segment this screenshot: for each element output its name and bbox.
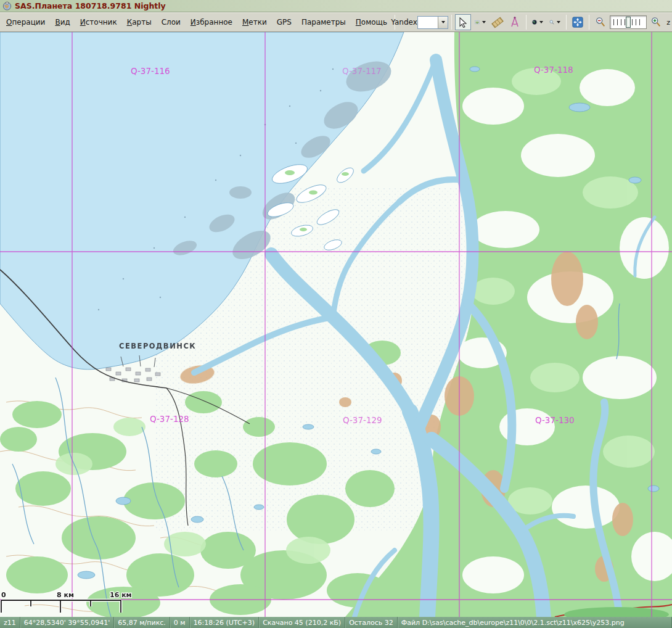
toolbar-separator (526, 15, 527, 30)
compass-divider-icon (509, 16, 520, 28)
zoom-out-button[interactable] (592, 14, 608, 30)
main-toolbar: Операции Вид Источник Карты Слои Избранн… (0, 12, 672, 32)
city-label: СЕВЕРОДВИНСК (119, 342, 196, 350)
selection-manager-button[interactable] (472, 14, 488, 30)
status-resolution: 65,87 м/пикс. (114, 617, 170, 628)
status-elevation: 0 м (170, 617, 190, 628)
grid-label: Q-37-128 (150, 414, 189, 424)
status-time: 16:18:26 (UTC+3) (190, 617, 260, 628)
menu-bar: Операции Вид Источник Карты Слои Избранн… (2, 15, 391, 29)
move-map-tool-button[interactable] (455, 14, 471, 30)
toolbar-separator (566, 15, 567, 30)
grid-label: Q-37-129 (343, 415, 382, 425)
selection-box-icon (475, 17, 480, 28)
magnifier-icon (549, 16, 554, 28)
ruler-icon (491, 17, 504, 28)
map-viewport[interactable]: Q-37-116 Q-37-117 Q-37-118 Q-37-128 Q-37… (0, 32, 672, 617)
grid-label: Q-37-118 (534, 65, 573, 75)
menu-gps[interactable]: GPS (272, 15, 296, 29)
menu-settings[interactable]: Параметры (297, 15, 350, 29)
search-combobox-value[interactable] (418, 17, 437, 28)
app-logo-icon (2, 1, 12, 10)
window-title: SAS.Планета 180718.9781 Nightly (15, 1, 166, 10)
chevron-down-icon (441, 21, 445, 23)
menu-operations[interactable]: Операции (2, 15, 49, 29)
move-arrows-icon (572, 15, 583, 30)
search-combobox[interactable] (417, 16, 448, 29)
zoom-out-icon (595, 16, 606, 28)
menu-placemarks[interactable]: Метки (238, 15, 271, 29)
menu-favorites[interactable]: Избранное (186, 15, 237, 29)
grid-label: Q-37-130 (535, 415, 575, 425)
search-tool-button[interactable] (547, 14, 563, 30)
globe-icon (532, 16, 537, 28)
cursor-arrow-icon (458, 17, 468, 28)
zoom-level-edge-label: z (666, 19, 670, 27)
menu-help[interactable]: Помощь (351, 15, 391, 29)
chevron-down-icon (482, 21, 486, 23)
distance-measure-button[interactable] (490, 14, 506, 30)
goto-place-button[interactable] (530, 14, 546, 30)
status-zoom-level: z11 (0, 617, 20, 628)
status-bar: z11 64°28,5340' 39°55,0941' 65,87 м/пикс… (0, 617, 672, 628)
chevron-down-icon (557, 21, 560, 23)
status-remaining: Осталось 32 (345, 617, 398, 628)
zoom-slider-handle[interactable] (626, 17, 631, 28)
chevron-down-icon (539, 21, 543, 23)
menu-view[interactable]: Вид (51, 15, 74, 29)
toolbar-separator (589, 15, 589, 30)
fit-to-screen-button[interactable] (570, 14, 586, 30)
zoom-in-icon (650, 16, 662, 28)
search-combobox-dropdown[interactable] (438, 17, 448, 28)
menu-layers[interactable]: Слои (157, 15, 185, 29)
scale-label-16: 16 км (110, 591, 132, 599)
menu-maps[interactable]: Карты (123, 15, 156, 29)
map-source-button[interactable]: Yandex (398, 14, 416, 30)
map-canvas[interactable]: Q-37-116 Q-37-117 Q-37-118 Q-37-128 Q-37… (0, 32, 672, 617)
zoom-in-button[interactable] (648, 14, 664, 30)
grid-label: Q-37-116 (131, 66, 170, 76)
map-source-label: Yandex (391, 18, 417, 27)
toolbar-separator (451, 15, 452, 30)
grid-label: Q-37-117 (342, 66, 382, 76)
window-titlebar[interactable]: SAS.Планета 180718.9781 Nightly (0, 0, 672, 12)
scale-label-0: 0 (1, 591, 6, 599)
status-downloaded: Скачано 45 (210,2 кБ) (259, 617, 345, 628)
status-coordinates: 64°28,5340' 39°55,0941' (20, 617, 115, 628)
status-tile-file: Файл D:\sas\cache_db\europe\z11\0\0\2.1.… (398, 617, 672, 628)
navigation-tool-button[interactable] (507, 14, 523, 30)
menu-source[interactable]: Источник (76, 15, 121, 29)
zoom-slider[interactable] (610, 15, 647, 29)
scale-label-8: 8 км (57, 591, 74, 599)
